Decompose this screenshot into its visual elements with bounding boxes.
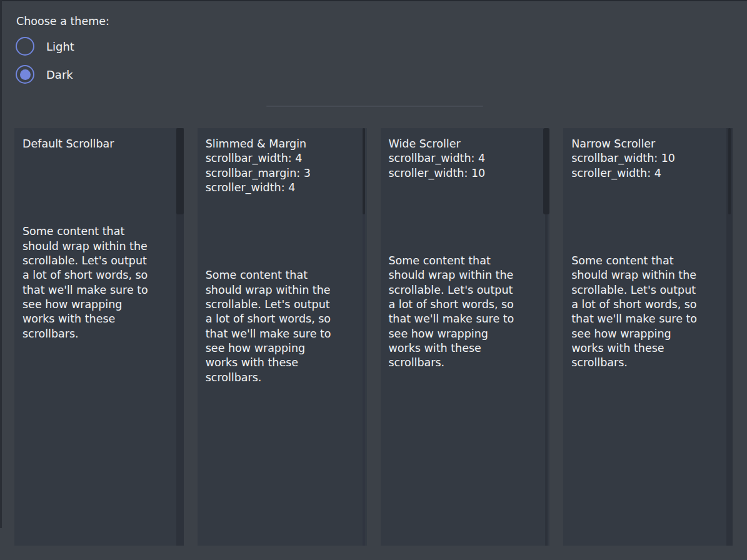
panel-param: scroller_width: 4 — [206, 181, 356, 195]
window-top-border — [0, 0, 747, 1]
panel-title: Wide Scroller — [389, 137, 539, 151]
scrollbar-thumb[interactable] — [363, 128, 365, 214]
panel-param: scrollbar_width: 4 — [206, 151, 356, 166]
panel-param: scrollbar_margin: 3 — [206, 166, 356, 181]
radio-selected-icon[interactable] — [16, 65, 34, 84]
panel-param: scroller_width: 10 — [389, 166, 539, 181]
panel-default-scrollbar[interactable]: Default Scrollbar Some content that shou… — [14, 128, 184, 546]
panel-param: scroller_width: 4 — [571, 166, 721, 181]
radio-dark-label[interactable]: Dark — [46, 68, 73, 81]
panel-body-text: Some content that should wrap within the… — [206, 268, 356, 385]
panel-param: scrollbar_width: 4 — [389, 151, 539, 166]
scrollbar-thumb[interactable] — [728, 128, 731, 214]
panel-body-text: Some content that should wrap within the… — [23, 224, 173, 341]
panel-title: Default Scrollbar — [23, 137, 173, 151]
radio-light-label[interactable]: Light — [46, 40, 74, 53]
panel-slimmed-margin[interactable]: Slimmed & Margin scrollbar_width: 4 scro… — [198, 128, 367, 546]
theme-chooser-label: Choose a theme: — [16, 15, 109, 28]
panel-body-text: Some content that should wrap within the… — [571, 254, 721, 371]
panel-body-text: Some content that should wrap within the… — [389, 254, 539, 371]
panel-param: scrollbar_width: 10 — [571, 151, 721, 166]
radio-unselected-icon[interactable] — [16, 37, 34, 56]
radio-light[interactable]: Light — [16, 37, 109, 56]
radio-dark[interactable]: Dark — [16, 65, 109, 84]
horizontal-divider — [266, 106, 483, 107]
scrollbar-thumb[interactable] — [176, 128, 184, 214]
panel-narrow-scroller[interactable]: Narrow Scroller scrollbar_width: 10 scro… — [563, 128, 733, 546]
scrollbar-thumb[interactable] — [543, 128, 549, 214]
panel-title: Narrow Scroller — [571, 137, 721, 151]
scrollbar-demo-row: Default Scrollbar Some content that shou… — [14, 128, 733, 546]
window-left-border — [0, 0, 2, 528]
theme-chooser: Choose a theme: Light Dark — [16, 15, 109, 84]
panel-wide-scroller[interactable]: Wide Scroller scrollbar_width: 4 scrolle… — [381, 128, 550, 546]
panel-title: Slimmed & Margin — [206, 137, 356, 151]
